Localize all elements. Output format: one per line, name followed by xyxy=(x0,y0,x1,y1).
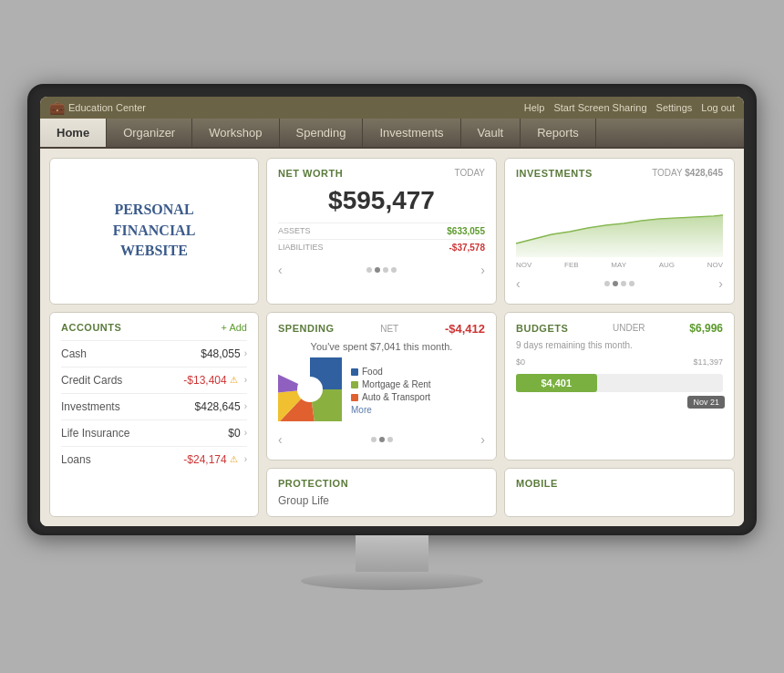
settings-link[interactable]: Settings xyxy=(656,102,693,113)
spending-header: SPENDING NET -$4,412 xyxy=(278,322,485,336)
investments-today: TODAY $428,645 xyxy=(652,168,723,178)
briefcase-icon: 💼 xyxy=(49,100,65,115)
account-cash-value: $48,055 xyxy=(201,347,240,360)
networth-liabilities-row: LIABILITIES -$37,578 xyxy=(278,239,485,255)
networth-today: TODAY xyxy=(454,168,485,178)
inv-dot-1 xyxy=(604,281,610,286)
spending-card: SPENDING NET -$4,412 You've spent $7,041… xyxy=(266,312,497,461)
spending-legend: Food Mortgage & Rent Auto & Transport Mo… xyxy=(351,367,431,415)
account-credit: Credit Cards -$13,404 ⚠ › xyxy=(61,367,247,393)
nav-investments[interactable]: Investments xyxy=(363,119,460,147)
sp-dot-3 xyxy=(387,437,393,442)
account-investments-value: $428,645 xyxy=(195,400,241,413)
account-loans-value: -$24,174 xyxy=(183,453,226,466)
networth-prev-arrow[interactable]: ‹ xyxy=(278,263,283,277)
account-investments-arrow[interactable]: › xyxy=(244,401,247,411)
budgets-header: BUDGETS UNDER $6,996 xyxy=(516,322,723,335)
brand-label: Education Center xyxy=(68,102,146,113)
help-link[interactable]: Help xyxy=(524,102,545,113)
screen-sharing-link[interactable]: Start Screen Sharing xyxy=(553,102,646,113)
investments-prev-arrow[interactable]: ‹ xyxy=(516,276,521,291)
investments-next-arrow[interactable]: › xyxy=(718,276,723,291)
legend-auto: Auto & Transport xyxy=(351,392,431,402)
account-loans-arrow[interactable]: › xyxy=(244,454,247,464)
nav-home[interactable]: Home xyxy=(40,119,107,147)
more-link[interactable]: More xyxy=(351,405,431,415)
networth-value: $595,477 xyxy=(278,186,485,215)
nav-workshop[interactable]: Workshop xyxy=(192,119,279,147)
loans-warn-icon: ⚠ xyxy=(230,454,238,464)
protection-title: PROTECTION xyxy=(278,478,348,489)
account-life-name: Life Insurance xyxy=(61,427,129,440)
top-bar: 💼 Education Center Help Start Screen Sha… xyxy=(40,97,744,119)
budget-bar-labels: $0 $11,397 xyxy=(516,357,723,367)
account-cash: Cash $48,055 › xyxy=(61,340,247,367)
networth-assets-row: ASSETS $633,055 xyxy=(278,223,485,239)
account-life: Life Insurance $0 › xyxy=(61,419,247,446)
account-credit-value: -$13,404 xyxy=(183,374,226,387)
dot-1 xyxy=(366,267,372,273)
monitor-screen: 💼 Education Center Help Start Screen Sha… xyxy=(40,97,744,526)
spending-next-arrow[interactable]: › xyxy=(480,432,485,447)
spending-dots xyxy=(371,437,393,442)
food-label: Food xyxy=(362,367,383,377)
budget-bar-wrapper: $4,401 Nov 21 xyxy=(516,374,723,392)
add-account-button[interactable]: + Add xyxy=(222,322,247,333)
accounts-card: ACCOUNTS + Add Cash $48,055 › Credit Car… xyxy=(49,312,259,517)
budgets-under-label: UNDER xyxy=(613,323,645,333)
assets-value: $633,055 xyxy=(447,226,485,236)
protection-card: PROTECTION Group Life xyxy=(266,468,497,517)
spending-prev-arrow[interactable]: ‹ xyxy=(278,432,283,447)
protection-sub: Group Life xyxy=(278,494,485,507)
liabilities-value: -$37,578 xyxy=(449,243,485,253)
auto-color xyxy=(351,394,358,401)
investments-chart xyxy=(516,184,723,257)
nav-reports[interactable]: Reports xyxy=(521,119,596,147)
account-cash-name: Cash xyxy=(61,347,87,360)
account-cash-arrow[interactable]: › xyxy=(244,348,247,358)
nav-spending[interactable]: Spending xyxy=(280,119,364,147)
liabilities-label: LIABILITIES xyxy=(278,243,324,253)
chart-label-nov1: NOV xyxy=(516,261,531,269)
sp-dot-2 xyxy=(379,437,385,442)
dot-3 xyxy=(383,267,388,273)
account-life-value: $0 xyxy=(228,427,240,440)
food-color xyxy=(351,368,358,376)
budget-date-badge: Nov 21 xyxy=(687,396,725,409)
chart-label-feb: FEB xyxy=(564,261,579,269)
accounts-header: ACCOUNTS + Add xyxy=(61,322,247,333)
account-investments-name: Investments xyxy=(61,400,120,413)
budget-max: $11,397 xyxy=(693,357,723,367)
networth-next-arrow[interactable]: › xyxy=(480,263,485,277)
investments-header: INVESTMENTS TODAY $428,645 xyxy=(516,168,723,179)
account-credit-arrow[interactable]: › xyxy=(244,375,247,385)
svg-point-5 xyxy=(297,377,323,402)
investments-dots xyxy=(604,281,634,286)
monitor-screen-border: 💼 Education Center Help Start Screen Sha… xyxy=(27,84,757,535)
spending-net-label: NET xyxy=(380,324,398,334)
account-life-arrow[interactable]: › xyxy=(244,428,247,438)
spending-nav: ‹ › xyxy=(278,429,485,450)
investments-value: $428,645 xyxy=(685,168,723,178)
nav-organizer[interactable]: Organizer xyxy=(107,119,192,147)
budgets-card: BUDGETS UNDER $6,996 9 days remaining th… xyxy=(504,312,735,461)
monitor-wrapper: 💼 Education Center Help Start Screen Sha… xyxy=(18,84,766,590)
investments-chart-labels: NOV FEB MAY AUG NOV xyxy=(516,261,723,269)
budget-bar-track: $4,401 xyxy=(516,374,723,392)
monitor-stand-neck xyxy=(356,535,428,572)
spending-description: You've spent $7,041 this month. xyxy=(278,341,485,352)
mortgage-label: Mortgage & Rent xyxy=(362,379,431,389)
chart-label-nov2: NOV xyxy=(707,261,723,269)
sp-dot-1 xyxy=(371,437,377,442)
legend-mortgage: Mortgage & Rent xyxy=(351,379,431,389)
main-content: Personal Financial Website NET WORTH TOD… xyxy=(40,149,744,526)
budgets-under-value: $6,996 xyxy=(689,322,723,335)
logout-link[interactable]: Log out xyxy=(701,102,735,113)
mortgage-color xyxy=(351,381,358,388)
nav-vault[interactable]: Vault xyxy=(461,119,521,147)
auto-label: Auto & Transport xyxy=(362,392,430,402)
assets-label: ASSETS xyxy=(278,226,311,236)
networth-card: NET WORTH TODAY $595,477 ASSETS $633,055… xyxy=(266,158,497,305)
budgets-title: BUDGETS xyxy=(516,323,568,334)
monitor-stand-base xyxy=(301,572,483,590)
